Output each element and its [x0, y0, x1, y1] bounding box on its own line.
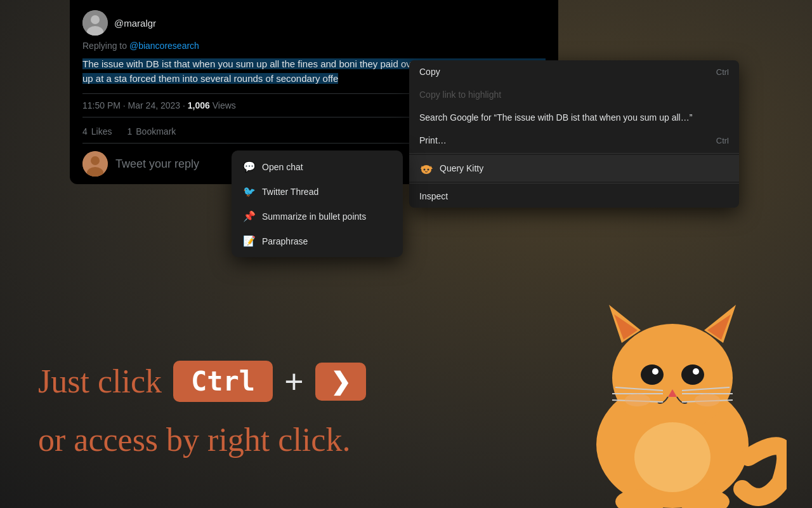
svg-point-9 — [424, 169, 426, 171]
instruction-prefix: Just click — [38, 363, 162, 400]
bookmarks-action: 1 Bookmark — [127, 126, 176, 137]
context-menu-query-kitty[interactable]: Query Kitty — [409, 155, 739, 182]
ctrl-key: Ctrl — [173, 361, 273, 402]
cat-illustration — [558, 267, 787, 508]
paraphrase-icon: 📝 — [243, 235, 256, 247]
context-menu-divider2 — [409, 183, 739, 184]
avatar — [82, 10, 108, 36]
cat-svg — [558, 267, 787, 508]
ext-menu-summarize[interactable]: 📌 Summarize in bullet points — [232, 204, 403, 229]
ext-menu-twitter-thread[interactable]: 🐦 Twitter Thread — [232, 179, 403, 204]
svg-point-19 — [652, 368, 658, 375]
svg-point-29 — [695, 394, 720, 406]
context-menu: Copy Ctrl Copy link to highlight Search … — [409, 60, 739, 208]
context-menu-copy[interactable]: Copy Ctrl — [409, 60, 739, 83]
arrow-key: ❯ — [315, 363, 366, 401]
username: @maralgr — [114, 18, 156, 29]
svg-point-28 — [625, 394, 650, 406]
context-menu-search-google[interactable]: Search Google for “The issue with DB ist… — [409, 106, 739, 129]
context-menu-print[interactable]: Print… Ctrl — [409, 129, 739, 152]
svg-point-17 — [641, 364, 664, 385]
kitty-icon — [419, 161, 433, 175]
svg-point-32 — [634, 422, 710, 492]
ext-menu-open-chat[interactable]: 💬 Open chat — [232, 154, 403, 179]
context-menu-inspect[interactable]: Inspect — [409, 185, 739, 208]
context-menu-divider — [409, 153, 739, 154]
svg-point-20 — [693, 368, 699, 375]
reply-avatar — [82, 151, 108, 177]
context-menu-copy-link[interactable]: Copy link to highlight — [409, 83, 739, 106]
extension-menu: 💬 Open chat 🐦 Twitter Thread 📌 Summarize… — [232, 150, 403, 257]
likes-action: 4 Likes — [82, 126, 112, 137]
tweet-header: @maralgr — [82, 10, 546, 36]
summarize-icon: 📌 — [243, 210, 256, 222]
twitter-icon: 🐦 — [243, 185, 256, 197]
svg-point-18 — [681, 364, 704, 385]
svg-point-10 — [428, 169, 429, 171]
replying-to-link[interactable]: @biancoresearch — [129, 41, 199, 51]
plus-sign: + — [284, 363, 303, 401]
chat-icon: 💬 — [243, 161, 256, 173]
svg-point-4 — [91, 156, 100, 165]
svg-point-12 — [612, 324, 733, 432]
svg-point-1 — [91, 15, 100, 24]
ext-menu-paraphrase[interactable]: 📝 Paraphrase — [232, 229, 403, 253]
svg-point-6 — [421, 165, 431, 174]
replying-to: Replying to @biancoresearch — [82, 41, 546, 51]
